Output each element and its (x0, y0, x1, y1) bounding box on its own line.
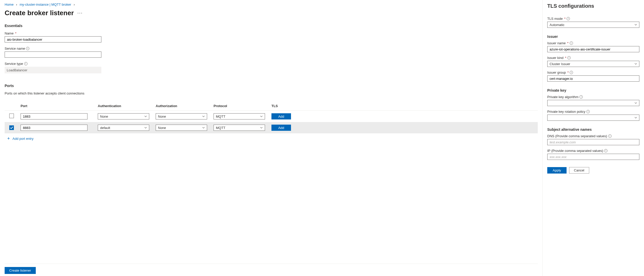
service-type-value: LoadBalancer (5, 67, 101, 73)
dns-input[interactable] (547, 139, 639, 145)
info-icon[interactable]: i (579, 95, 583, 99)
col-authz: Authorization (154, 101, 211, 111)
pk-rotation-label: Private key rotation policy (547, 110, 585, 114)
breadcrumb: Home › my-cluster-instance | MQTT broker… (5, 3, 538, 6)
port-input[interactable] (21, 113, 87, 119)
chevron-down-icon (634, 23, 637, 26)
ip-label: IP (Provide comma separated values) (547, 149, 603, 153)
name-label: Name (5, 31, 14, 35)
info-icon[interactable]: i (567, 56, 571, 59)
info-icon[interactable]: i (604, 149, 607, 152)
info-icon[interactable]: i (567, 17, 570, 20)
required-indicator: * (564, 17, 566, 21)
issuer-name-label: Issuer name (547, 41, 566, 45)
issuer-name-input[interactable] (547, 46, 639, 52)
chevron-down-icon (202, 115, 205, 118)
tls-mode-select[interactable]: Automatic (547, 22, 639, 28)
tls-mode-label: TLS mode (547, 17, 563, 21)
add-port-entry-label: Add port entry (13, 137, 34, 141)
authz-select[interactable]: None (156, 125, 207, 131)
info-icon[interactable]: i (26, 47, 29, 50)
add-port-entry-button[interactable]: + Add port entry (5, 133, 538, 144)
row-checkbox[interactable] (9, 114, 14, 118)
col-auth: Authentication (96, 101, 154, 111)
chevron-down-icon (634, 102, 637, 104)
info-icon[interactable]: i (24, 62, 28, 65)
port-input[interactable] (21, 125, 87, 131)
col-tls: TLS (269, 101, 538, 111)
apply-button[interactable]: Apply (547, 167, 567, 174)
info-icon[interactable]: i (570, 71, 573, 74)
tls-add-button[interactable]: Add (271, 113, 291, 119)
authz-select[interactable]: None (156, 113, 207, 119)
chevron-down-icon (202, 126, 205, 129)
info-icon[interactable]: i (608, 134, 612, 138)
san-heading: Subject alternative names (547, 127, 639, 132)
pk-rotation-select[interactable] (547, 115, 639, 121)
required-indicator: * (15, 31, 16, 35)
auth-select[interactable]: default (98, 125, 149, 131)
ip-input[interactable] (547, 154, 639, 160)
required-indicator: * (567, 71, 569, 74)
info-icon[interactable]: i (570, 41, 573, 45)
required-indicator: * (567, 41, 569, 45)
chevron-right-icon: › (16, 3, 17, 6)
issuer-group-label: Issuer group (547, 71, 566, 74)
chevron-down-icon (634, 116, 637, 119)
cancel-button[interactable]: Cancel (569, 167, 589, 174)
issuer-heading: Issuer (547, 34, 639, 39)
col-protocol: Protocol (211, 101, 269, 111)
chevron-down-icon (144, 126, 147, 129)
issuer-kind-label: Issuer kind (547, 56, 563, 60)
row-checkbox[interactable] (9, 125, 14, 130)
issuer-kind-select[interactable]: Cluster Issuer (547, 61, 639, 67)
name-input[interactable] (5, 36, 101, 42)
chevron-down-icon (634, 63, 637, 65)
ports-table: Port Authentication Authorization Protoc… (5, 101, 538, 133)
protocol-select[interactable]: MQTT (214, 125, 265, 131)
pk-algo-select[interactable] (547, 100, 639, 106)
chevron-down-icon (144, 115, 147, 118)
panel-title: TLS configurations (547, 3, 639, 9)
service-name-label: Service name (5, 47, 25, 50)
breadcrumb-home[interactable]: Home (5, 3, 14, 6)
breadcrumb-cluster[interactable]: my-cluster-instance | MQTT broker (20, 3, 71, 6)
issuer-group-input[interactable] (547, 75, 639, 82)
dns-label: DNS (Provide comma separated values) (547, 134, 607, 138)
auth-select[interactable]: None (98, 113, 149, 119)
table-row[interactable]: None None MQTT Add (5, 111, 538, 122)
page-title: Create broker listener (5, 9, 74, 17)
pk-algo-label: Private key algorithm (547, 95, 578, 99)
table-row[interactable]: default None MQTT Add (5, 122, 538, 133)
plus-icon: + (7, 136, 10, 141)
chevron-down-icon (260, 115, 263, 118)
more-actions-icon[interactable]: ··· (77, 10, 83, 16)
service-name-input[interactable] (5, 51, 101, 58)
ports-description: Ports on which this listener accepts cli… (5, 91, 538, 95)
chevron-right-icon: › (74, 3, 75, 6)
chevron-down-icon (260, 126, 263, 129)
col-port: Port (19, 101, 96, 111)
info-icon[interactable]: i (586, 110, 590, 113)
essentials-heading: Essentials (5, 24, 538, 28)
ports-heading: Ports (5, 84, 538, 88)
create-listener-button[interactable]: Create listener (5, 267, 36, 274)
tls-add-button[interactable]: Add (271, 125, 291, 131)
service-type-label: Service type (5, 62, 23, 66)
protocol-select[interactable]: MQTT (214, 113, 265, 119)
private-key-heading: Private key (547, 88, 639, 92)
required-indicator: * (565, 56, 566, 60)
